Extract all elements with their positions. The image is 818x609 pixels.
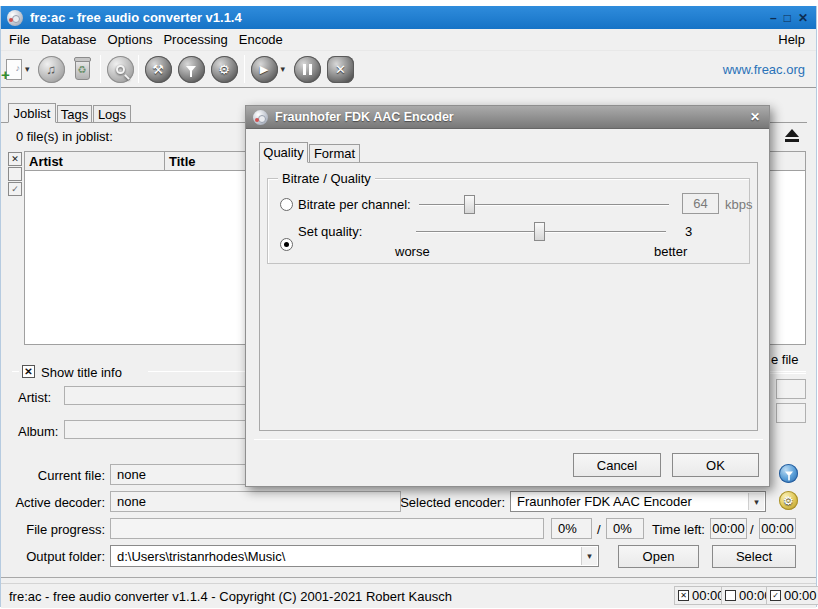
show-title-info-label[interactable]: Show title info: [41, 365, 122, 380]
dialog-app-icon: [253, 110, 268, 125]
minimize-button[interactable]: –: [770, 11, 777, 25]
artist-field[interactable]: [64, 386, 247, 405]
toggle-selection-button[interactable]: ✓: [8, 182, 22, 196]
eject-button[interactable]: [782, 126, 802, 144]
bitrate-unit-label: kbps: [725, 197, 752, 212]
tab-logs[interactable]: Logs: [93, 105, 131, 123]
active-decoder-label: Active decoder:: [0, 495, 105, 510]
menu-database[interactable]: Database: [41, 32, 97, 47]
single-file-label-fragment: e file: [771, 352, 798, 367]
empty-box-icon: [725, 590, 736, 601]
window-divider: [1, 577, 816, 578]
joblist-music-icon[interactable]: ♫: [38, 56, 65, 83]
tab-tags[interactable]: Tags: [57, 105, 92, 123]
processing-status-icon[interactable]: [779, 464, 798, 483]
title-bar: fre:ac - free audio converter v1.1.4 – □…: [1, 6, 816, 29]
dialog-tab-format[interactable]: Format: [309, 144, 360, 163]
checked-box-icon: ✓: [770, 590, 781, 601]
cancel-button[interactable]: Cancel: [573, 453, 661, 477]
funnel-glyph: [785, 471, 793, 476]
slash-separator: /: [750, 522, 754, 537]
encoder-config-dialog: Fraunhofer FDK AAC Encoder ✕ Quality For…: [245, 105, 770, 487]
group-border: [12, 371, 19, 372]
file-percent-box: 0%: [551, 518, 592, 539]
bitrate-value-field[interactable]: 64: [682, 193, 719, 214]
chevron-down-icon[interactable]: ▾: [748, 493, 764, 510]
artist-label: Artist:: [18, 390, 51, 405]
bitrate-label: Bitrate per channel:: [298, 197, 411, 212]
start-encoding-dropdown-icon[interactable]: ▾: [281, 64, 286, 74]
dialog-separator: [254, 439, 763, 440]
website-link[interactable]: www.freac.org: [723, 62, 805, 77]
show-title-info-checkbox[interactable]: ✕: [22, 365, 35, 378]
quality-slider-thumb[interactable]: [534, 222, 545, 241]
menu-processing[interactable]: Processing: [163, 32, 227, 47]
toolbar-separator: [138, 55, 139, 83]
select-button[interactable]: Select: [712, 545, 796, 568]
time-left-total-box: 00:00: [759, 518, 796, 539]
dialog-tab-quality[interactable]: Quality: [259, 142, 308, 163]
bitrate-slider-track[interactable]: [419, 204, 669, 206]
dialog-close-icon[interactable]: ✕: [750, 110, 760, 124]
pause-encoding-icon[interactable]: [294, 56, 321, 83]
stop-glyph: ✕: [335, 62, 346, 77]
configure-encoder-icon[interactable]: ⚙: [779, 491, 798, 510]
magnifier-glyph: [116, 65, 125, 74]
play-glyph: ▶: [260, 63, 268, 76]
field-fragment: [776, 403, 806, 423]
file-progress-label: File progress:: [0, 522, 105, 537]
column-artist[interactable]: Artist: [25, 152, 165, 170]
add-files-dropdown-icon[interactable]: ▾: [25, 64, 30, 74]
bitrate-slider-thumb[interactable]: [464, 195, 475, 214]
close-button[interactable]: ✕: [798, 11, 808, 25]
crossed-box-icon: ✕: [678, 590, 689, 601]
start-encoding-icon[interactable]: ▶: [251, 56, 278, 83]
menu-help[interactable]: Help: [778, 29, 805, 50]
statusbar-time-segment: ✓ 00:00: [766, 586, 818, 605]
cddb-query-icon[interactable]: [107, 56, 134, 83]
pause-glyph: [303, 64, 312, 75]
output-folder-combobox[interactable]: d:\Users\tristanrhodes\Music\ ▾: [110, 545, 599, 567]
statusbar-text: fre:ac - free audio converter v1.1.4 - C…: [9, 589, 452, 604]
maximize-button[interactable]: □: [784, 11, 791, 25]
plus-icon: +: [1, 66, 10, 83]
time-left-label: Time left:: [652, 522, 705, 537]
total-percent-box: 0%: [606, 518, 644, 539]
toolbar-separator: [244, 55, 245, 83]
group-title: Bitrate / Quality: [278, 171, 375, 186]
menu-file[interactable]: File: [9, 32, 30, 47]
gear-glyph: ⚙: [218, 62, 230, 77]
music-note-icon: ♪: [16, 63, 21, 73]
quality-label: Set quality:: [298, 224, 362, 239]
bitrate-radio[interactable]: [280, 198, 293, 211]
app-window: fre:ac - free audio converter v1.1.4 – □…: [0, 0, 818, 609]
clear-joblist-icon[interactable]: ♻: [75, 59, 90, 80]
dialog-title: Fraunhofer FDK AAC Encoder: [275, 110, 454, 124]
menu-encode[interactable]: Encode: [239, 32, 283, 47]
output-folder-value: d:\Users\tristanrhodes\Music\: [117, 549, 285, 564]
group-border-fragment: [770, 373, 806, 374]
select-none-button[interactable]: [8, 167, 22, 181]
stop-encoding-icon[interactable]: ✕: [327, 56, 354, 83]
tab-joblist[interactable]: Joblist: [8, 103, 56, 123]
selected-encoder-value: Fraunhofer FDK AAC Encoder: [517, 494, 692, 509]
chevron-down-icon[interactable]: ▾: [581, 547, 597, 565]
quality-radio[interactable]: [280, 238, 293, 251]
selected-encoder-label: Selected encoder:: [390, 495, 505, 510]
slash-separator: /: [597, 522, 601, 537]
configure-settings-icon[interactable]: ⚙: [211, 56, 238, 83]
processing-filter-icon[interactable]: [178, 56, 205, 83]
active-decoder-field: none: [110, 491, 401, 512]
ok-button[interactable]: OK: [672, 453, 759, 477]
dialog-title-bar: Fraunhofer FDK AAC Encoder ✕: [246, 106, 769, 129]
open-button[interactable]: Open: [618, 545, 699, 568]
current-file-label: Current file:: [0, 468, 105, 483]
add-files-icon[interactable]: + ♪: [6, 59, 22, 80]
menu-options[interactable]: Options: [108, 32, 153, 47]
file-progress-bar: [110, 518, 544, 539]
selected-encoder-combobox[interactable]: Fraunhofer FDK AAC Encoder ▾: [510, 491, 766, 512]
general-settings-icon[interactable]: ⚒: [145, 56, 172, 83]
album-field[interactable]: [64, 420, 247, 439]
scale-worse-label: worse: [395, 244, 430, 259]
select-all-button[interactable]: ✕: [8, 152, 22, 166]
